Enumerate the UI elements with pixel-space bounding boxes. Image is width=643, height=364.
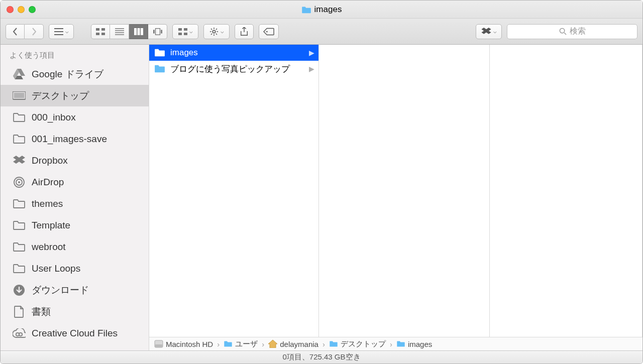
search-field[interactable]: 検索 bbox=[507, 24, 637, 39]
sidebar-heading: よく使う項目 bbox=[1, 48, 149, 63]
sidebar-item-label: Dropbox bbox=[32, 155, 68, 166]
status-bar: 0項目、725.43 GB空き bbox=[1, 350, 642, 363]
chevron-right-icon: › bbox=[390, 340, 392, 348]
columns-area: images▶ブログに使う写真ピックアップ▶ Macintosh HD›ユーザ›… bbox=[149, 45, 642, 350]
gear-icon bbox=[209, 27, 219, 36]
sidebar-item-5[interactable]: AirDrop bbox=[1, 171, 149, 193]
icon-view-icon bbox=[96, 28, 105, 35]
gallery-view-icon bbox=[153, 28, 162, 35]
body: よく使う項目 Google ドライブデスクトップ000_inbox001_ima… bbox=[1, 45, 642, 350]
share-icon bbox=[240, 27, 248, 36]
back-button[interactable] bbox=[6, 24, 25, 39]
nav-buttons bbox=[6, 24, 44, 39]
sidebar-item-2[interactable]: 000_inbox bbox=[1, 106, 149, 128]
cc-icon bbox=[13, 327, 26, 340]
sidebar-item-10[interactable]: ダウンロード bbox=[1, 279, 149, 301]
svg-rect-26 bbox=[155, 344, 163, 347]
file-row[interactable]: ブログに使う写真ピックアップ▶ bbox=[149, 61, 318, 77]
svg-rect-4 bbox=[134, 28, 137, 35]
arrange-icon bbox=[178, 28, 187, 35]
gdrive-icon bbox=[13, 68, 26, 81]
dropbox-toolbar-button[interactable]: ⌵ bbox=[476, 24, 502, 39]
sidebar-item-label: webroot bbox=[32, 241, 66, 253]
folder-icon bbox=[13, 219, 26, 232]
path-crumb[interactable]: ユーザ bbox=[224, 339, 258, 349]
sidebar-item-0[interactable]: Google ドライブ bbox=[1, 63, 149, 85]
zoom-button[interactable] bbox=[29, 6, 36, 13]
folder-icon bbox=[13, 262, 26, 275]
sidebar-item-label: Creative Cloud Files bbox=[32, 328, 118, 339]
action-button[interactable]: ⌵ bbox=[203, 24, 230, 39]
sidebar-item-label: ダウンロード bbox=[32, 284, 89, 297]
svg-rect-12 bbox=[178, 33, 182, 35]
path-bar: Macintosh HD›ユーザ›delaymania›デスクトップ›image… bbox=[149, 337, 642, 350]
list-icon bbox=[54, 28, 63, 35]
close-button[interactable] bbox=[7, 6, 14, 13]
chevron-right-icon: › bbox=[262, 340, 264, 348]
minimize-button[interactable] bbox=[18, 6, 25, 13]
sidebar-item-9[interactable]: User Loops bbox=[1, 258, 149, 279]
toolbar: ⌵ ⌵ ⌵ ⌵ 検索 bbox=[1, 19, 642, 45]
path-crumb[interactable]: デスクトップ bbox=[329, 339, 386, 349]
svg-point-14 bbox=[212, 30, 215, 33]
finder-window: images ⌵ ⌵ ⌵ bbox=[0, 0, 643, 364]
sidebar-item-label: 000_inbox bbox=[32, 112, 76, 123]
path-crumb[interactable]: Macintosh HD bbox=[154, 339, 213, 348]
crumb-label: ユーザ bbox=[235, 339, 258, 349]
list-view-icon bbox=[115, 28, 124, 35]
search-placeholder: 検索 bbox=[570, 26, 586, 37]
svg-point-16 bbox=[560, 28, 564, 33]
column-1[interactable] bbox=[319, 45, 490, 337]
crumb-label: Macintosh HD bbox=[166, 340, 213, 348]
file-row[interactable]: images▶ bbox=[149, 45, 318, 61]
svg-point-15 bbox=[266, 31, 268, 32]
sidebar-item-label: 001_images-save bbox=[32, 134, 107, 145]
chevron-right-icon: › bbox=[323, 340, 325, 348]
svg-rect-18 bbox=[14, 93, 24, 98]
svg-rect-10 bbox=[178, 28, 182, 31]
column-view-button[interactable] bbox=[129, 24, 148, 39]
desktop-icon bbox=[13, 89, 26, 102]
svg-rect-9 bbox=[161, 30, 162, 33]
crumb-label: images bbox=[408, 340, 432, 348]
arrange-button[interactable]: ⌵ bbox=[172, 24, 198, 39]
path-crumb[interactable]: images bbox=[396, 340, 432, 348]
sidebar-item-label: Template bbox=[32, 220, 70, 231]
sidebar-item-11[interactable]: 書類 bbox=[1, 301, 149, 322]
forward-button[interactable] bbox=[25, 24, 44, 39]
svg-rect-8 bbox=[155, 28, 160, 35]
path-crumb[interactable]: delaymania bbox=[268, 340, 318, 348]
columns: images▶ブログに使う写真ピックアップ▶ bbox=[149, 45, 642, 337]
svg-rect-7 bbox=[153, 30, 155, 33]
sidebar: よく使う項目 Google ドライブデスクトップ000_inbox001_ima… bbox=[1, 45, 149, 350]
sidebar-item-4[interactable]: Dropbox bbox=[1, 150, 149, 171]
chevron-right-icon: ▶ bbox=[309, 49, 314, 57]
sidebar-item-7[interactable]: Template bbox=[1, 214, 149, 236]
folder-icon bbox=[13, 111, 26, 124]
svg-rect-0 bbox=[96, 28, 99, 31]
sidebar-item-12[interactable]: Creative Cloud Files bbox=[1, 322, 149, 344]
share-button[interactable] bbox=[235, 24, 254, 39]
view-mode-buttons bbox=[91, 24, 167, 39]
sidebar-toggle-button[interactable]: ⌵ bbox=[49, 24, 74, 39]
crumb-label: delaymania bbox=[280, 340, 318, 348]
file-label: images bbox=[170, 48, 198, 58]
list-view-button[interactable] bbox=[110, 24, 129, 39]
icon-view-button[interactable] bbox=[91, 24, 110, 39]
status-text: 0項目、725.43 GB空き bbox=[282, 352, 360, 362]
sidebar-item-label: AirDrop bbox=[32, 177, 64, 188]
sidebar-item-3[interactable]: 001_images-save bbox=[1, 128, 149, 150]
svg-rect-13 bbox=[184, 33, 187, 35]
column-2[interactable] bbox=[490, 45, 642, 337]
sidebar-item-label: Google ドライブ bbox=[32, 68, 103, 81]
sidebar-item-6[interactable]: themes bbox=[1, 193, 149, 214]
svg-rect-6 bbox=[141, 28, 143, 35]
file-label: ブログに使う写真ピックアップ bbox=[170, 63, 290, 75]
download-icon bbox=[13, 284, 26, 297]
sidebar-item-1[interactable]: デスクトップ bbox=[1, 85, 149, 106]
sidebar-item-8[interactable]: webroot bbox=[1, 236, 149, 258]
gallery-view-button[interactable] bbox=[148, 24, 167, 39]
svg-rect-11 bbox=[184, 28, 187, 31]
column-0[interactable]: images▶ブログに使う写真ピックアップ▶ bbox=[149, 45, 319, 337]
tags-button[interactable] bbox=[259, 24, 279, 39]
